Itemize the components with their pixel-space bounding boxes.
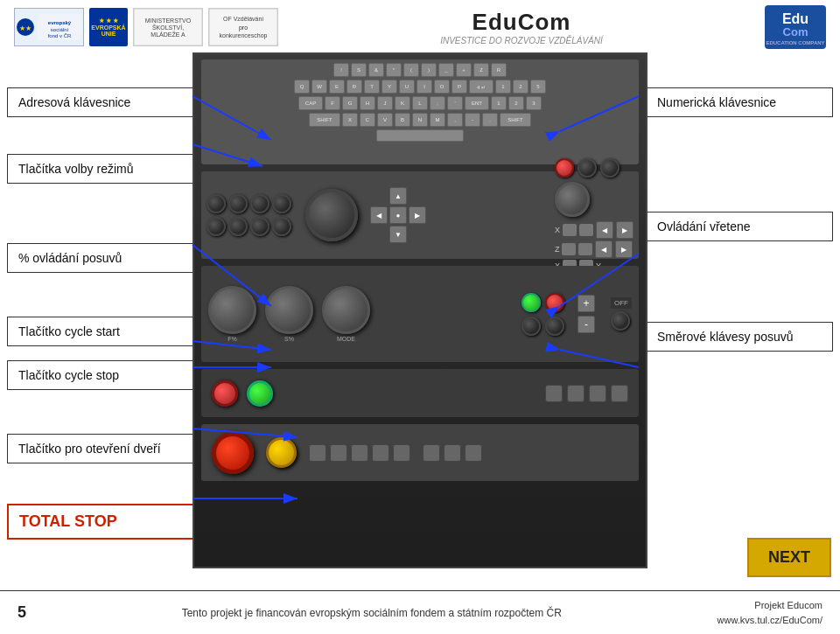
- label-pro-otevreni: Tlačítko pro otevření dveří: [7, 434, 194, 463]
- spacebar: [376, 129, 464, 142]
- key: N: [412, 113, 428, 127]
- knobs-section: F% S% MODE: [201, 266, 639, 362]
- footer-right-line1: Projekt Educom: [718, 598, 822, 613]
- key: H: [360, 96, 375, 110]
- arrow-center: ●: [389, 206, 407, 224]
- axis-z-left: ◀: [595, 240, 612, 258]
- spindle-knob-group: S%: [265, 286, 313, 342]
- ctrl-btn: [206, 217, 226, 236]
- small-btn: [393, 444, 410, 462]
- ctrl-btn: [250, 194, 270, 213]
- spindle-label: S%: [284, 336, 294, 342]
- arrow-empty: [370, 226, 388, 243]
- key: *: [386, 63, 402, 77]
- svg-text:EDUCATION COMPANY: EDUCATION COMPANY: [766, 40, 824, 45]
- axis-z-btn2: [578, 243, 592, 255]
- door-ctrl-4: [611, 385, 628, 402]
- key-row-2: Q W E R T Y U I O P 4 ↵ 1 2 5: [205, 80, 635, 94]
- key: O: [434, 80, 450, 94]
- key: E: [329, 80, 345, 94]
- footer: 5 Tento projekt je financován evropským …: [0, 590, 840, 634]
- key-row-3: CAP F G H J K L ; ' ENT 1 2 3: [205, 96, 635, 110]
- small-btn: [423, 444, 440, 462]
- app-title: EduCom: [472, 9, 571, 36]
- svg-text:fond v ČR: fond v ČR: [48, 33, 72, 38]
- key: ,: [447, 113, 463, 127]
- key: X: [342, 113, 358, 127]
- key: 1: [491, 96, 507, 110]
- key: R: [346, 80, 362, 94]
- door-ctrl-2: [567, 385, 584, 402]
- footer-right-line2: www.kvs.tul.cz/EduCom/: [718, 613, 822, 628]
- axis-z-btn: [562, 243, 576, 255]
- next-button[interactable]: NEXT: [747, 538, 831, 577]
- ctrl-btn: [250, 217, 270, 236]
- axis-z-label: Z: [555, 245, 560, 254]
- mode-label: MODE: [337, 336, 355, 342]
- arrow-pad-container: ▲ ◀ ● ▶ ▼: [370, 187, 426, 243]
- key: ): [421, 63, 437, 77]
- black-btn: [578, 158, 597, 178]
- small-btn: [444, 444, 461, 462]
- educom-logo: Edu Com EDUCATION COMPANY: [765, 5, 826, 49]
- key: Q: [294, 80, 310, 94]
- arrow-left: ◀: [370, 206, 388, 224]
- key: Y: [382, 80, 397, 94]
- esf-logo: ★★ evropský sociální fond v ČR: [14, 8, 84, 46]
- ctrl-row: [206, 217, 291, 236]
- jog-wheel: [305, 189, 358, 241]
- key: W: [312, 80, 327, 94]
- off-btn: [611, 311, 630, 331]
- key: ;: [430, 96, 445, 110]
- misc-btn2: [545, 317, 564, 336]
- key: _: [438, 63, 454, 77]
- right-row: [555, 158, 634, 178]
- minus-btn: -: [578, 316, 595, 333]
- right-controls: X ◀ ▶ Z ◀ ▶: [555, 158, 634, 272]
- key: S: [351, 63, 367, 77]
- label-cycle-stop: Tlačítko cycle stop: [7, 360, 194, 390]
- key-row-5: [205, 129, 635, 142]
- key: 1: [495, 80, 511, 94]
- key: Z: [473, 63, 489, 77]
- small-btn: [372, 444, 389, 462]
- jog-dial: [305, 189, 358, 241]
- key: 2: [513, 80, 528, 94]
- key: L: [412, 96, 428, 110]
- ctrl-btn: [228, 194, 248, 213]
- controls-section: ▲ ◀ ● ▶ ▼: [201, 171, 639, 259]
- mode-knob: [322, 286, 370, 334]
- axis-x-left: ◀: [596, 221, 613, 239]
- key: 3: [526, 96, 542, 110]
- key: F: [325, 96, 340, 110]
- key-row-1: ! S & * ( ) _ + Z R: [205, 63, 635, 77]
- ctrl-buttons-left: [206, 194, 291, 236]
- logos-right: Edu Com EDUCATION COMPANY: [765, 5, 826, 49]
- label-smerove: Směrové klávesy posuvů: [646, 322, 833, 352]
- footer-center-text: Tento projekt je financován evropským so…: [182, 607, 562, 619]
- small-btn: [330, 444, 347, 462]
- key: I: [416, 80, 432, 94]
- eu-logo: ★ ★ ★ EVROPSKÁ UNIE: [89, 8, 128, 46]
- door-red-btn: [212, 380, 238, 407]
- key: V: [377, 113, 393, 127]
- key: G: [342, 96, 358, 110]
- svg-text:Edu: Edu: [782, 11, 808, 26]
- yellow-btn: [266, 437, 297, 468]
- door-ctrl-1: [545, 385, 563, 402]
- svg-text:MLÁDEŽE A: MLÁDEŽE A: [150, 31, 186, 38]
- op-logo: OF Vzděláváni pro konkurenceschop: [208, 8, 278, 46]
- door-section: [201, 369, 639, 417]
- small-btn: [465, 444, 482, 462]
- ctrl-btn: [228, 217, 248, 236]
- key: SHIFT: [309, 113, 340, 127]
- key-row-4: SHIFT X C V B N M , - . SHIFT: [205, 113, 635, 127]
- ctrl-row: [206, 194, 291, 213]
- labels-right: Numerická klávesnice Ovládání vřetene Sm…: [639, 52, 840, 568]
- key: J: [377, 96, 393, 110]
- small-btn: [351, 444, 368, 462]
- feed-knob-group: F%: [208, 286, 256, 342]
- label-ovladani: Ovládání vřetene: [646, 212, 833, 241]
- label-adresova: Adresová klávesnice: [7, 87, 194, 117]
- arrow-empty: [370, 187, 388, 205]
